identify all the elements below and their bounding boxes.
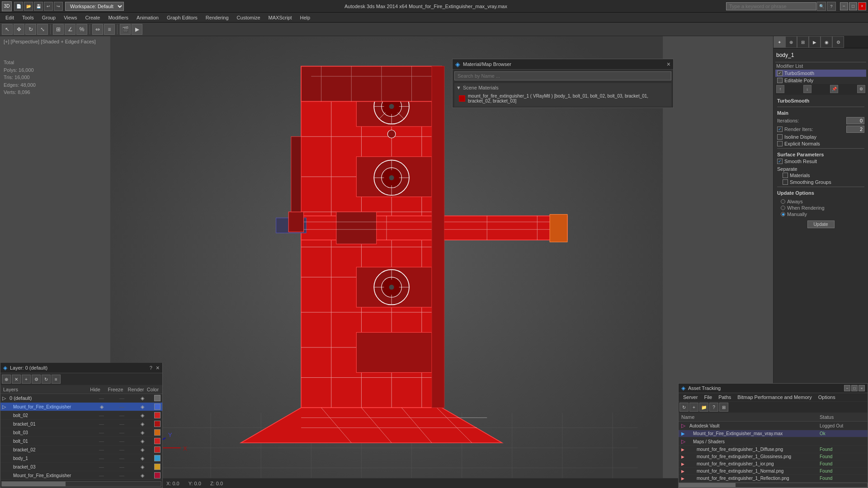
angle-snap[interactable]: ∠	[65, 24, 75, 35]
modifier-down-btn[interactable]: ↓	[803, 85, 811, 93]
ts-update-button[interactable]: Update	[807, 221, 835, 228]
asset-row-max-file[interactable]: ▶ Mount_for_Fire_Extinguisher_max_vray.m…	[679, 430, 868, 437]
asset-row-diffuse[interactable]: ▶ mount_for_fire_extinguisher_1_Diffuse.…	[679, 446, 868, 453]
ts-render-iters-input[interactable]	[846, 126, 864, 133]
move-tool[interactable]: ✥	[14, 24, 24, 35]
mirror-tool[interactable]: ⇔	[92, 24, 103, 35]
layer-row-bracket01[interactable]: bracket_01 — — ◈	[0, 420, 162, 428]
mat-item-vray[interactable]: mount_for_fire_extinguisher_1 ( VRayMtl …	[456, 92, 670, 105]
asset-row-reflection[interactable]: ▶ mount_for_fire_extinguisher_1_Reflecti…	[679, 475, 868, 482]
asset-minimize-btn[interactable]: −	[844, 385, 850, 391]
layer-row-default[interactable]: ▷ 0 (default) — — ◈	[0, 394, 162, 403]
modifier-turbosmooth-check[interactable]: ✓	[777, 70, 783, 76]
asset-menu-bitmap-perf[interactable]: Bitmap Performance and Memory	[735, 394, 814, 401]
ts-render-iters-checkbox[interactable]	[777, 127, 783, 132]
layer-row-mount2[interactable]: Mount_for_Fire_Extinguisher — — ◈	[0, 471, 162, 480]
menu-views[interactable]: Views	[60, 14, 80, 21]
menu-modifiers[interactable]: Modifiers	[104, 14, 132, 21]
asset-restore-btn[interactable]: □	[851, 385, 858, 391]
layers-settings-btn[interactable]: ⚙	[32, 375, 41, 384]
layer-row-bolt02[interactable]: bolt_02 — — ◈	[0, 411, 162, 420]
asset-menu-server[interactable]: Server	[680, 394, 700, 401]
render-button[interactable]: ▶	[132, 24, 142, 35]
asset-folder-btn[interactable]: 📁	[699, 403, 708, 412]
right-tab-create[interactable]: ✦	[774, 36, 785, 48]
asset-menu-options[interactable]: Options	[816, 394, 838, 401]
layer-row-bolt01[interactable]: bolt_01 — — ◈	[0, 437, 162, 446]
asset-missing-btn[interactable]: ?	[709, 403, 718, 412]
workspace-selector[interactable]: Workspace: Default	[65, 2, 124, 11]
asset-row-vault[interactable]: ▷ Autodesk Vault Logged Out	[679, 422, 868, 430]
render-setup[interactable]: 🎬	[120, 24, 131, 35]
asset-grid-btn[interactable]: ⊞	[719, 403, 728, 412]
layers-more-btn[interactable]: ≡	[52, 375, 61, 384]
asset-add-btn[interactable]: +	[689, 403, 698, 412]
rotate-tool[interactable]: ↻	[25, 24, 36, 35]
layer-row-mount[interactable]: ▷ Mount_for_Fire_Extinguisher ◈ — ◈	[0, 403, 162, 411]
ts-smoothing-groups-checkbox[interactable]	[783, 179, 788, 185]
asset-menu-file[interactable]: File	[701, 394, 715, 401]
layers-help-button[interactable]: ?	[150, 365, 152, 371]
new-button[interactable]: 📄	[14, 2, 23, 11]
percent-snap[interactable]: %	[76, 24, 87, 35]
layer-row-bracket02[interactable]: bracket_02 — — ◈	[0, 446, 162, 454]
snap-toggle[interactable]: ⊞	[53, 24, 64, 35]
layer-row-body1[interactable]: body_1 — — ◈	[0, 454, 162, 463]
mat-search-input[interactable]	[454, 71, 671, 80]
menu-graph-editors[interactable]: Graph Editors	[163, 14, 201, 21]
select-tool[interactable]: ↖	[2, 24, 13, 35]
layers-refresh-btn[interactable]: ↻	[42, 375, 51, 384]
layers-panel-close[interactable]: ×	[156, 364, 160, 371]
layers-scroll-thumb[interactable]	[2, 482, 66, 486]
modifier-up-btn[interactable]: ↑	[776, 85, 784, 93]
align-tool[interactable]: ≡	[104, 24, 115, 35]
maximize-button[interactable]: □	[849, 2, 857, 10]
right-tab-utilities[interactable]: ⚙	[832, 36, 844, 48]
asset-scrollbar[interactable]	[679, 482, 868, 488]
menu-help[interactable]: Help	[297, 14, 314, 21]
right-tab-motion[interactable]: ▶	[809, 36, 821, 48]
redo-button[interactable]: ↪	[54, 2, 63, 11]
ts-iterations-input[interactable]	[846, 117, 864, 124]
layer-row-bolt03[interactable]: bolt_03 — — ◈	[0, 428, 162, 437]
asset-row-ior[interactable]: ▶ mount_for_fire_extinguisher_1_ior.png …	[679, 460, 868, 468]
close-button[interactable]: ×	[858, 2, 866, 10]
layers-scrollbar[interactable]	[0, 480, 162, 488]
layer-row-bracket03[interactable]: bracket_03 — — ◈	[0, 463, 162, 471]
right-tab-hierarchy[interactable]: ⊞	[797, 36, 809, 48]
ts-when-rendering-radio[interactable]	[781, 206, 785, 210]
modifier-editable-poly-check[interactable]	[777, 78, 783, 83]
layers-create-btn[interactable]: ⊕	[2, 375, 11, 384]
layers-delete-btn[interactable]: ✕	[12, 375, 21, 384]
ts-always-radio[interactable]	[781, 199, 785, 204]
menu-edit[interactable]: Edit	[2, 14, 18, 21]
modifier-pin-btn[interactable]: 📌	[830, 85, 838, 93]
ts-explicit-normals-checkbox[interactable]	[777, 141, 783, 146]
menu-rendering[interactable]: Rendering	[202, 14, 232, 21]
asset-close-btn[interactable]: ×	[859, 385, 865, 391]
search-input[interactable]	[726, 2, 816, 10]
save-button[interactable]: 💾	[34, 2, 43, 11]
modifier-turbosmooth[interactable]: ✓ TurboSmooth	[775, 70, 866, 77]
ts-smooth-result-checkbox[interactable]	[777, 159, 783, 164]
menu-customize[interactable]: Customize	[233, 14, 264, 21]
asset-menu-paths[interactable]: Paths	[716, 394, 734, 401]
modifier-editable-poly[interactable]: Editable Poly	[775, 77, 866, 84]
asset-scroll-thumb[interactable]	[679, 483, 736, 487]
asset-refresh-btn[interactable]: ↻	[679, 403, 689, 412]
modifier-config-btn[interactable]: ⚙	[857, 85, 865, 93]
right-tab-display[interactable]: ◉	[821, 36, 832, 48]
undo-button[interactable]: ↩	[44, 2, 53, 11]
right-tab-modify[interactable]: ⊕	[785, 36, 797, 48]
layers-add-obj-btn[interactable]: +	[22, 375, 31, 384]
ts-isoline-checkbox[interactable]	[777, 134, 783, 140]
ts-manually-radio[interactable]	[781, 212, 785, 216]
asset-row-normal[interactable]: ▶ mount_for_fire_extinguisher_1_Normal.p…	[679, 468, 868, 475]
asset-row-glossiness[interactable]: ▶ mount_for_fire_extinguisher_1_Glossine…	[679, 453, 868, 460]
mat-browser-close[interactable]: ×	[667, 61, 670, 68]
menu-animation[interactable]: Animation	[133, 14, 162, 21]
menu-group[interactable]: Group	[38, 14, 60, 21]
help-button[interactable]: ?	[827, 2, 836, 11]
asset-row-maps-shaders[interactable]: ▷ Maps / Shaders	[679, 437, 868, 446]
menu-tools[interactable]: Tools	[19, 14, 38, 21]
